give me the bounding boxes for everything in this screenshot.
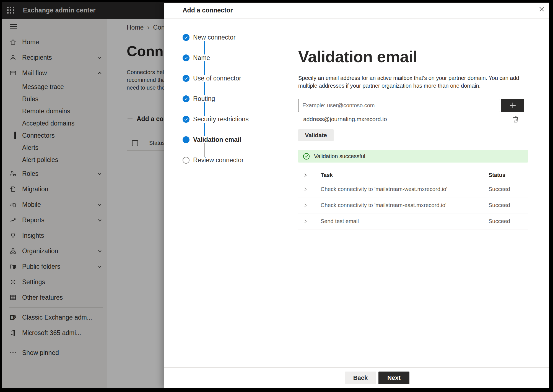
- email-input[interactable]: [298, 99, 500, 112]
- add-address-button[interactable]: [501, 99, 524, 112]
- status-column-header: Status: [489, 172, 528, 178]
- step-review-connector[interactable]: Review connector: [183, 157, 278, 164]
- step-todo-icon: [183, 157, 189, 164]
- chevron-right-icon[interactable]: [303, 187, 308, 192]
- step-routing[interactable]: Routing: [183, 95, 278, 102]
- next-button[interactable]: Next: [378, 372, 409, 384]
- close-button[interactable]: [537, 4, 546, 14]
- step-done-icon: [183, 75, 189, 82]
- wizard-stepper: New connector Name Use of connector: [164, 19, 278, 367]
- email-input-row: [298, 99, 549, 112]
- delete-address-button[interactable]: [512, 115, 520, 123]
- status-cell: Succeed: [489, 218, 528, 224]
- validate-button[interactable]: Validate: [298, 129, 334, 141]
- step-description: Specify an email address for an active m…: [298, 74, 537, 90]
- chevron-right-icon[interactable]: [303, 219, 308, 224]
- step-done-icon: [183, 95, 189, 102]
- step-new-connector[interactable]: New connector: [183, 34, 278, 41]
- step-connector-line: [204, 41, 205, 54]
- address-list-item: address@journaling.mxrecord.io: [298, 112, 528, 126]
- step-done-icon: [183, 54, 189, 61]
- success-message: Validation successful: [314, 153, 365, 160]
- table-header-row: Task Status: [298, 169, 528, 181]
- status-cell: Succeed: [489, 186, 528, 192]
- trash-icon: [512, 115, 520, 123]
- step-connector-line: [204, 102, 205, 116]
- chevron-right-icon[interactable]: [303, 173, 308, 177]
- panel-title: Add a connector: [183, 7, 233, 14]
- step-connector-line: [204, 143, 205, 157]
- back-button[interactable]: Back: [345, 372, 376, 384]
- validation-success-banner: Validation successful: [298, 150, 528, 163]
- panel-header: Add a connector: [164, 3, 549, 19]
- table-row[interactable]: Check connectivity to 'mailstream-east.m…: [298, 197, 528, 213]
- task-cell: Send test email: [321, 218, 489, 224]
- validation-tasks-table: Task Status Check connectivity to 'mails…: [298, 169, 528, 229]
- task-cell: Check connectivity to 'mailstream-east.m…: [321, 202, 489, 208]
- app-screen: Exchange admin center Home Recipients Ma…: [2, 2, 549, 388]
- step-connector-line: [204, 123, 205, 136]
- panel-content: Validation email Specify an email addres…: [278, 19, 549, 367]
- chevron-right-icon[interactable]: [303, 203, 308, 208]
- step-current-icon: [183, 136, 189, 143]
- close-icon: [538, 6, 545, 13]
- table-row[interactable]: Send test email Succeed: [298, 213, 528, 229]
- step-done-icon: [183, 116, 189, 123]
- add-connector-panel: Add a connector New connector N: [164, 3, 549, 388]
- task-column-header: Task: [321, 172, 489, 178]
- address-text: address@journaling.mxrecord.io: [303, 116, 387, 122]
- success-check-icon: [303, 153, 310, 160]
- task-cell: Check connectivity to 'mailstream-west.m…: [321, 186, 489, 192]
- step-connector-line: [204, 61, 205, 75]
- table-row[interactable]: Check connectivity to 'mailstream-west.m…: [298, 181, 528, 197]
- step-security-restrictions[interactable]: Security restrictions: [183, 116, 278, 123]
- panel-footer: Back Next: [164, 367, 549, 388]
- step-validation-email[interactable]: Validation email: [183, 136, 278, 143]
- step-done-icon: [183, 34, 189, 41]
- step-connector-line: [204, 82, 205, 95]
- step-name[interactable]: Name: [183, 54, 278, 61]
- step-use-of-connector[interactable]: Use of connector: [183, 75, 278, 82]
- plus-icon: [508, 101, 517, 110]
- step-heading: Validation email: [298, 47, 549, 66]
- status-cell: Succeed: [489, 202, 528, 208]
